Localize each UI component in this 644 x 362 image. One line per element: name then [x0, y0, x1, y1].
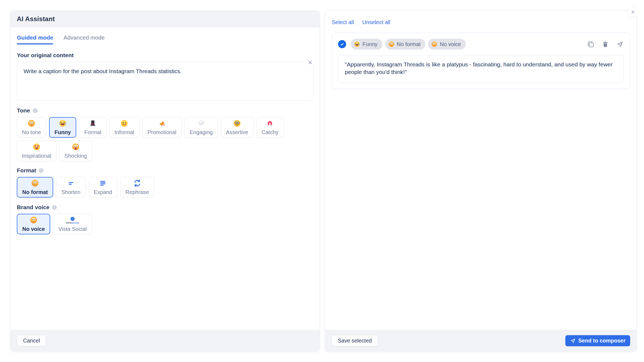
info-icon	[52, 205, 57, 210]
results-body: Select all Unselect all Funny No format	[325, 11, 636, 330]
result-card-header: Funny No format No voice	[338, 39, 624, 50]
tone-option-engaging[interactable]: Engaging	[184, 117, 218, 138]
send-to-composer-button[interactable]: Send to composer	[565, 335, 630, 346]
tag-funny: Funny	[351, 39, 382, 50]
dialog-header: AI Assistant	[11, 11, 320, 27]
send-icon[interactable]	[616, 41, 624, 48]
tone-option-promotional[interactable]: Promotional	[142, 117, 182, 138]
tab-advanced-mode[interactable]: Advanced mode	[63, 34, 105, 44]
tone-option-assertive[interactable]: Assertive	[221, 117, 253, 138]
original-content-label: Your original content	[17, 52, 313, 59]
results-panel: Select all Unselect all Funny No format	[325, 11, 637, 351]
left-footer: Cancel	[11, 330, 320, 351]
neutral-face-emoji-icon	[27, 119, 36, 127]
brand-voice-label: Brand voice	[17, 204, 313, 211]
result-checkbox[interactable]	[338, 40, 346, 48]
generated-caption-text: "Apparently, Instagram Threads is like a…	[338, 55, 624, 83]
format-option-no-format[interactable]: No format	[17, 177, 53, 198]
copy-icon[interactable]	[587, 41, 594, 48]
tone-option-informal[interactable]: Informal	[109, 117, 139, 138]
joy-face-emoji-icon	[59, 119, 67, 127]
brand-voice-option-vista-social[interactable]: VISTASOCIAL Vista Social	[53, 214, 92, 234]
generated-result-card: Funny No format No voice	[332, 33, 630, 89]
glasses-face-emoji-icon	[233, 119, 241, 127]
tag-no-voice: No voice	[428, 39, 466, 50]
trash-icon[interactable]	[602, 41, 609, 48]
right-footer: Save selected Send to composer	[325, 330, 636, 351]
cancel-button[interactable]: Cancel	[17, 335, 46, 346]
smile-face-emoji-icon	[120, 119, 128, 127]
ai-assistant-dialog: AI Assistant Guided mode Advanced mode Y…	[10, 11, 320, 351]
clear-content-button[interactable]	[305, 57, 315, 67]
dialog-body: Guided mode Advanced mode Your original …	[11, 27, 320, 330]
check-icon	[339, 41, 345, 47]
format-options: No format Shorten Expand Rephrase	[17, 177, 313, 198]
dialog-title: AI Assistant	[17, 15, 55, 23]
result-actions	[587, 41, 624, 48]
megaphone-emoji-icon	[158, 119, 166, 127]
format-label: Format	[17, 167, 313, 174]
tone-option-catchy[interactable]: Catchy	[256, 117, 283, 138]
rephrase-icon	[133, 179, 141, 187]
info-icon	[33, 108, 38, 113]
close-icon	[630, 9, 636, 15]
format-option-shorten[interactable]: Shorten	[56, 177, 85, 198]
star-struck-emoji-icon	[33, 143, 41, 151]
result-tags: Funny No format No voice	[351, 39, 466, 50]
select-all-link[interactable]: Select all	[332, 19, 354, 25]
tone-option-funny[interactable]: Funny	[49, 117, 76, 138]
expand-icon	[99, 179, 107, 187]
tag-no-format: No format	[385, 39, 426, 50]
info-icon	[39, 168, 44, 173]
tone-label: Tone	[17, 107, 313, 114]
save-selected-button[interactable]: Save selected	[331, 335, 378, 346]
speech-balloon-emoji-icon	[197, 119, 205, 127]
link-divider	[358, 20, 358, 25]
brand-voice-options: No voice VISTASOCIAL Vista Social	[17, 214, 313, 234]
selection-links: Select all Unselect all	[332, 19, 630, 25]
format-option-rephrase[interactable]: Rephrase	[120, 177, 154, 198]
unselect-all-link[interactable]: Unselect all	[362, 19, 390, 25]
joy-face-emoji-icon	[354, 41, 360, 47]
neutral-face-emoji-icon	[30, 216, 38, 224]
shorten-icon	[67, 179, 75, 187]
tone-options: No tone Funny Formal Informal Promotiona…	[17, 117, 313, 161]
format-option-expand[interactable]: Expand	[89, 177, 117, 198]
tone-option-shocking[interactable]: Shocking	[59, 141, 92, 161]
tone-option-formal[interactable]: Formal	[79, 117, 106, 138]
neutral-face-emoji-icon	[431, 41, 438, 47]
send-plane-icon	[570, 338, 576, 344]
tab-guided-mode[interactable]: Guided mode	[17, 34, 53, 44]
vista-social-logo: VISTASOCIAL	[66, 216, 79, 224]
magnet-emoji-icon	[266, 119, 274, 127]
top-hat-emoji-icon	[89, 119, 97, 127]
tone-option-no-tone[interactable]: No tone	[17, 117, 46, 138]
mode-tabs: Guided mode Advanced mode	[17, 34, 313, 44]
astonished-face-emoji-icon	[72, 143, 80, 151]
original-content-value: Write a caption for the post about Insta…	[24, 68, 182, 74]
close-dialog-button[interactable]	[628, 7, 638, 17]
tone-option-inspirational[interactable]: Inspirational	[17, 141, 56, 161]
brand-voice-option-no-voice[interactable]: No voice	[17, 214, 50, 234]
neutral-face-emoji-icon	[388, 41, 395, 47]
original-content-input[interactable]: Write a caption for the post about Insta…	[17, 62, 313, 101]
neutral-face-emoji-icon	[31, 179, 39, 187]
